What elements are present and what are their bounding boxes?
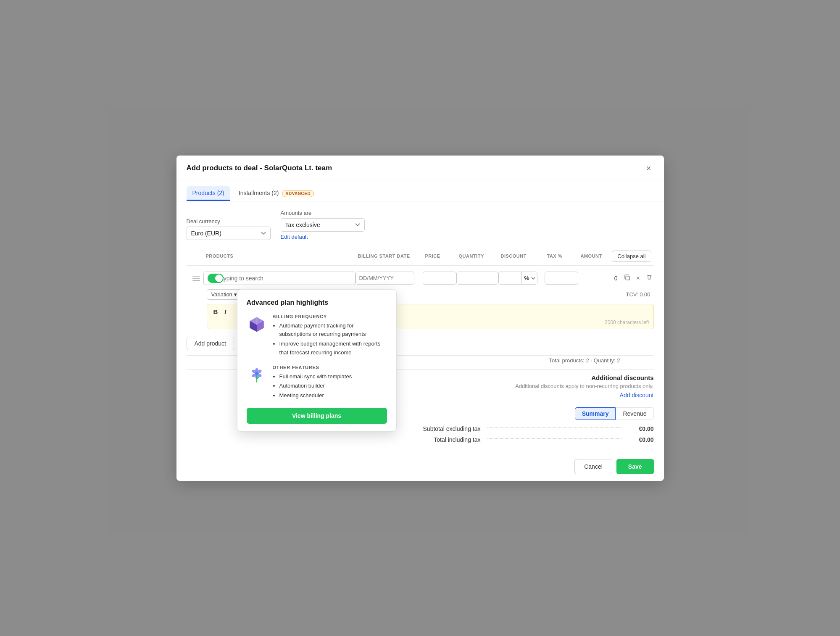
discount-type-select[interactable]: % € [521,272,537,285]
modal-body: Deal currency Euro (EUR) USD ($) GBP (£)… [176,201,664,452]
subtotal-dots [487,428,622,428]
save-button[interactable]: Save [616,459,654,474]
tab-installments[interactable]: Installments (2) ADVANCED [233,186,320,201]
product-row-main: % € 0 × [187,269,654,288]
variation-button[interactable]: Variation ▾ [207,289,242,300]
view-billing-plans-button[interactable]: View billing plans [247,408,387,424]
box-icon [247,314,267,334]
popup-other-section: OTHER FEATURES Full email sync with temp… [247,365,387,401]
additional-discounts-title: Additional discounts [515,374,653,381]
additional-discounts-note: Additional discounts apply to non-recurr… [515,383,653,389]
product-toggle[interactable] [208,274,224,283]
col-header-discount: DISCOUNT [498,253,545,259]
variation-chevron-icon: ▾ [234,291,237,298]
col-header-tax: TAX % [545,253,578,259]
popup-billing-item-2: Improve budget management with reports t… [279,340,387,357]
cancel-button[interactable]: Cancel [574,459,612,474]
modal-overlay: Add products to deal - SolarQuota Lt. te… [0,0,840,636]
product-search-input[interactable] [203,272,355,285]
quantity-cell [456,272,498,285]
subtotal-label: Subtotal excluding tax [423,425,481,432]
billing-start-date-input[interactable] [355,272,414,285]
summary-tab[interactable]: Summary [575,407,616,420]
chars-left: 2000 characters left [605,319,649,325]
total-label: Total including tax [434,436,480,443]
popup-other-item-2: Automation builder [279,382,352,391]
edit-default-link[interactable]: Edit default [281,234,365,240]
total-dots [487,438,622,439]
price-input[interactable] [423,272,456,285]
advanced-popup: Advanced plan highlights [237,289,397,432]
popup-billing-section: BILLING FREQUENCY Automate payment track… [247,314,387,358]
products-table-header: PRODUCTS BILLING START DATE PRICE QUANTI… [187,247,654,266]
svg-rect-0 [626,276,629,280]
flower-icon [247,365,267,385]
price-cell [423,272,456,285]
italic-button[interactable]: I [222,308,228,316]
deal-currency-label: Deal currency [187,218,271,224]
modal-header: Add products to deal - SolarQuota Lt. te… [176,156,664,180]
amounts-are-label: Amounts are [281,210,365,216]
popup-billing-heading: BILLING FREQUENCY [273,314,387,319]
popup-billing-body: Automate payment tracking for subscripti… [273,322,387,357]
quantity-input[interactable] [456,272,498,285]
row-actions: × [620,273,654,283]
tcv-label: TCV: 0.00 [626,291,653,298]
date-cell [355,272,423,285]
popup-other-heading: OTHER FEATURES [273,365,352,370]
modal-title: Add products to deal - SolarQuota Lt. te… [187,164,332,172]
popup-billing-content: BILLING FREQUENCY Automate payment track… [273,314,387,358]
collapse-all-cell: Collapse all [620,251,654,262]
collapse-all-button[interactable]: Collapse all [612,251,651,262]
tab-products[interactable]: Products (2) [187,186,230,201]
modal-footer: Cancel Save [176,452,664,481]
tax-cell [545,272,578,285]
discount-value-input[interactable] [498,272,521,285]
deal-currency-select[interactable]: Euro (EUR) USD ($) GBP (£) [187,227,271,240]
modal-tabs: Products (2) Installments (2) ADVANCED [176,180,664,201]
modal: Add products to deal - SolarQuota Lt. te… [176,156,664,481]
amounts-are-group: Amounts are Tax exclusive Tax inclusive … [281,210,365,240]
col-header-quantity: QUANTITY [456,253,498,259]
subtotal-amount: €0.00 [629,425,654,432]
revenue-tab[interactable]: Revenue [616,407,653,420]
installments-advanced-badge: ADVANCED [282,190,314,197]
clear-product-button[interactable]: × [635,274,642,283]
deal-currency-group: Deal currency Euro (EUR) USD ($) GBP (£) [187,218,271,240]
total-line: Total including tax €0.00 [187,434,654,445]
amounts-are-select[interactable]: Tax exclusive Tax inclusive [281,218,365,232]
popup-other-item-3: Meeting scheduler [279,391,352,400]
variation-label: Variation [211,291,232,298]
popup-other-item-1: Full email sync with templates [279,372,352,381]
col-header-billing-date: BILLING START DATE [355,253,423,259]
close-button[interactable]: × [644,163,654,173]
drag-toggle-group [187,274,203,283]
discount-cell: % € [498,272,545,285]
popup-title: Advanced plan highlights [247,299,387,306]
popup-other-body: Full email sync with templates Automatio… [273,372,352,400]
copy-product-button[interactable] [622,273,632,283]
bold-button[interactable]: B [211,308,220,316]
additional-discounts-section: Additional discounts Additional discount… [515,374,653,398]
col-header-products: PRODUCTS [203,253,355,259]
amount-display: 0 [578,275,620,282]
product-row: % € 0 × [187,269,654,329]
col-header-price: PRICE [423,253,456,259]
add-product-button[interactable]: Add product [187,337,234,350]
tax-input[interactable] [545,272,578,285]
popup-other-content: OTHER FEATURES Full email sync with temp… [273,365,352,401]
delete-product-button[interactable] [644,273,654,283]
drag-handle[interactable] [188,276,204,281]
search-cell [203,272,355,285]
form-row: Deal currency Euro (EUR) USD ($) GBP (£)… [187,210,654,240]
add-discount-link[interactable]: Add discount [515,392,653,398]
total-amount: €0.00 [629,436,654,443]
popup-billing-item-1: Automate payment tracking for subscripti… [279,322,387,339]
